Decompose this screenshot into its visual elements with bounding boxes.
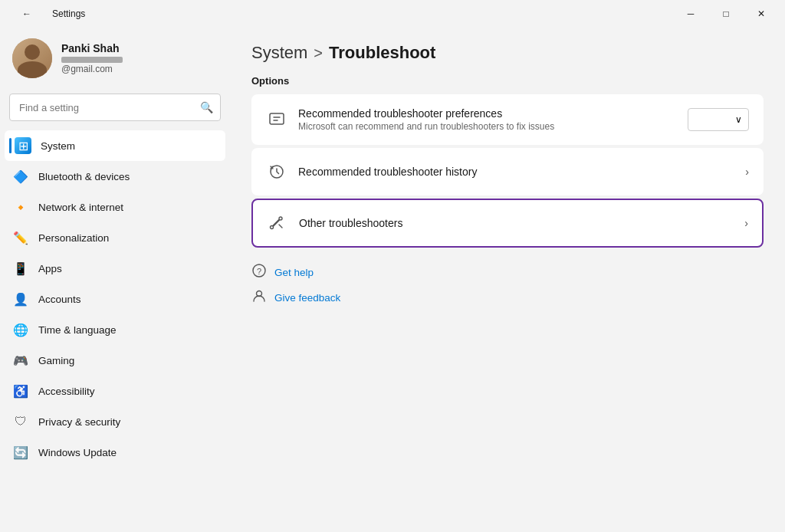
avatar: [12, 38, 52, 78]
search-box: 🔍: [9, 94, 221, 121]
sidebar-item-gaming[interactable]: 🎮 Gaming: [5, 345, 225, 376]
titlebar-controls: ─ □ ✕: [673, 0, 779, 28]
nav-list: ⊞ System 🔷 Bluetooth & devices 🔸 Network…: [0, 127, 230, 471]
apps-icon: 📱: [12, 260, 29, 277]
accounts-icon: 👤: [12, 291, 29, 307]
recommended-history-text: Recommended troubleshooter history: [298, 166, 745, 178]
give-feedback-link[interactable]: Give feedback: [251, 288, 764, 307]
time-icon: 🌐: [12, 321, 29, 338]
chevron-right-icon: ›: [745, 166, 749, 178]
user-profile[interactable]: Panki Shah @gmail.com: [0, 28, 230, 90]
back-button[interactable]: ←: [9, 0, 44, 28]
svg-rect-0: [270, 113, 284, 124]
bluetooth-icon: 🔷: [12, 168, 29, 185]
sidebar-item-label: Accounts: [38, 294, 81, 305]
user-info: Panki Shah @gmail.com: [61, 42, 123, 74]
back-icon: ←: [22, 8, 31, 19]
sidebar-item-label: Windows Update: [38, 447, 117, 458]
help-links: ? Get help Give feedback: [251, 263, 764, 307]
gaming-icon: 🎮: [12, 352, 29, 369]
get-help-icon: ?: [251, 263, 267, 282]
options-label: Options: [251, 75, 764, 87]
option-card-other-troubleshooters[interactable]: Other troubleshooters ›: [251, 199, 764, 248]
minimize-icon: ─: [688, 8, 695, 19]
close-button[interactable]: ✕: [744, 0, 779, 28]
sidebar-item-label: Bluetooth & devices: [38, 171, 130, 182]
sidebar-item-time[interactable]: 🌐 Time & language: [5, 314, 225, 345]
update-icon: 🔄: [12, 444, 29, 461]
sidebar-item-accounts[interactable]: 👤 Accounts: [5, 284, 225, 314]
sidebar-item-label: Privacy & security: [38, 416, 120, 428]
sidebar-item-label: Apps: [38, 263, 62, 274]
titlebar-title: Settings: [52, 8, 85, 19]
network-icon: 🔸: [12, 199, 29, 215]
recommended-history-action: ›: [745, 166, 749, 178]
recommended-prefs-icon: [266, 109, 287, 130]
other-troubleshooters-action: ›: [744, 217, 748, 229]
recommended-history-title: Recommended troubleshooter history: [298, 166, 745, 178]
recommended-prefs-title: Recommended troubleshooter preferences: [298, 107, 688, 120]
maximize-button[interactable]: □: [708, 0, 744, 28]
accessibility-icon: ♿: [12, 383, 29, 399]
chevron-down-icon: ∨: [735, 114, 742, 125]
recommended-history-icon: [266, 161, 287, 182]
sidebar-item-label: Network & internet: [38, 202, 123, 213]
recommended-prefs-text: Recommended troubleshooter preferences M…: [298, 107, 688, 132]
minimize-button[interactable]: ─: [673, 0, 708, 28]
sidebar-item-label: System: [41, 140, 75, 152]
other-troubleshooters-title: Other troubleshooters: [299, 217, 744, 229]
main-content: System > Troubleshoot Options Recommende…: [230, 28, 785, 532]
sidebar-item-privacy[interactable]: 🛡 Privacy & security: [5, 406, 225, 437]
titlebar-left: ← Settings: [9, 0, 85, 28]
sidebar-item-update[interactable]: 🔄 Windows Update: [5, 437, 225, 468]
user-name: Panki Shah: [61, 42, 123, 54]
sidebar-item-apps[interactable]: 📱 Apps: [5, 253, 225, 284]
sidebar-item-label: Accessibility: [38, 386, 95, 397]
breadcrumb-current: Troubleshoot: [329, 43, 435, 63]
recommended-prefs-subtitle: Microsoft can recommend and run troubles…: [298, 121, 688, 132]
recommended-prefs-dropdown[interactable]: ∨: [688, 108, 749, 131]
sidebar-item-network[interactable]: 🔸 Network & internet: [5, 192, 225, 222]
recommended-prefs-action: ∨: [688, 108, 749, 131]
sidebar: Panki Shah @gmail.com 🔍 ⊞ System 🔷 Bluet…: [0, 28, 230, 532]
breadcrumb-separator: >: [314, 44, 323, 62]
user-email-bar: [61, 57, 123, 63]
get-help-link[interactable]: ? Get help: [251, 263, 764, 282]
svg-text:?: ?: [257, 267, 261, 276]
system-icon: ⊞: [15, 137, 31, 154]
avatar-image: [12, 38, 52, 78]
sidebar-item-label: Gaming: [38, 355, 74, 366]
titlebar: ← Settings ─ □ ✕: [0, 0, 785, 28]
sidebar-item-bluetooth[interactable]: 🔷 Bluetooth & devices: [5, 161, 225, 192]
option-card-recommended-prefs[interactable]: Recommended troubleshooter preferences M…: [251, 94, 764, 145]
search-input[interactable]: [9, 94, 221, 121]
close-icon: ✕: [757, 8, 765, 19]
give-feedback-icon: [251, 288, 267, 307]
maximize-icon: □: [723, 8, 728, 19]
sidebar-item-personalization[interactable]: ✏️ Personalization: [5, 222, 225, 253]
chevron-right-icon: ›: [744, 217, 748, 229]
app-container: Panki Shah @gmail.com 🔍 ⊞ System 🔷 Bluet…: [0, 28, 785, 532]
sidebar-item-system[interactable]: ⊞ System: [5, 130, 225, 161]
user-email: @gmail.com: [61, 64, 123, 74]
privacy-icon: 🛡: [12, 413, 29, 430]
sidebar-item-label: Personalization: [38, 232, 109, 244]
other-troubleshooters-icon: [267, 212, 288, 234]
option-card-recommended-history[interactable]: Recommended troubleshooter history ›: [251, 148, 764, 195]
get-help-label: Get help: [274, 267, 314, 278]
give-feedback-label: Give feedback: [274, 292, 340, 304]
sidebar-item-label: Time & language: [38, 324, 117, 336]
personalization-icon: ✏️: [12, 229, 29, 246]
breadcrumb: System > Troubleshoot: [251, 43, 764, 63]
sidebar-item-accessibility[interactable]: ♿ Accessibility: [5, 376, 225, 406]
other-troubleshooters-text: Other troubleshooters: [299, 217, 744, 229]
breadcrumb-parent[interactable]: System: [251, 43, 307, 63]
